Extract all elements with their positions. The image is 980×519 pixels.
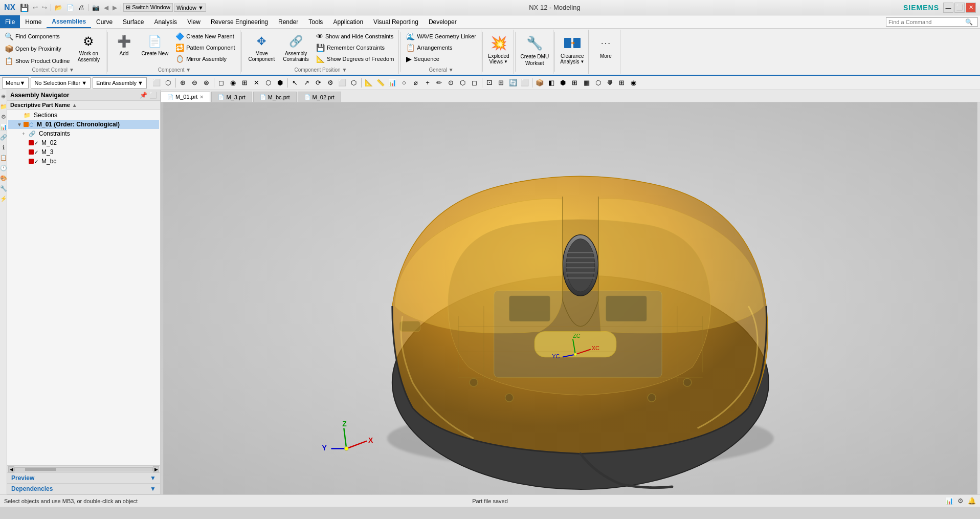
left-icon-4[interactable]: 📊: [0, 123, 8, 131]
left-icon-2[interactable]: 📁: [0, 102, 8, 111]
clearance-analysis-btn[interactable]: Clearance Analysis ▼: [558, 31, 586, 67]
sel-icon-15[interactable]: ⚙: [325, 77, 336, 89]
show-dof-btn[interactable]: 📐 Show Degrees of Freedom: [314, 53, 396, 64]
left-icon-10[interactable]: 🔧: [0, 184, 8, 192]
tree-item-m02[interactable]: ✓ M_02: [8, 138, 159, 147]
toolbar-save-icon[interactable]: 💾: [18, 3, 30, 12]
sel-icon-28[interactable]: ⚀: [484, 77, 495, 89]
sel-icon-38[interactable]: ⟱: [605, 77, 616, 89]
toolbar-forward-icon[interactable]: ▶: [111, 4, 119, 12]
status-icon-1[interactable]: 📊: [945, 497, 953, 505]
tab-m3[interactable]: 📄 M_3.prt: [211, 92, 252, 102]
sel-icon-39[interactable]: ⊞: [616, 77, 628, 89]
sel-icon-21[interactable]: ○: [398, 77, 410, 89]
toolbar-print-icon[interactable]: 🖨: [77, 4, 86, 12]
arrangements-btn[interactable]: 📋 Arrangements: [404, 42, 479, 53]
tree-item-m3[interactable]: ✓ M_3: [8, 147, 159, 157]
sel-icon-7[interactable]: ◉: [228, 77, 239, 89]
exploded-views-btn[interactable]: 💥 Exploded Views ▼: [486, 31, 511, 67]
left-icon-1[interactable]: ⊕: [0, 92, 8, 100]
sel-icon-36[interactable]: ▦: [581, 77, 592, 89]
sel-icon-17[interactable]: ⬡: [348, 77, 360, 89]
sel-icon-9[interactable]: ✕: [251, 77, 262, 89]
nav-pin-icon[interactable]: 📌: [140, 92, 147, 99]
close-btn[interactable]: ✕: [966, 3, 976, 13]
left-icon-9[interactable]: 🎨: [0, 174, 8, 182]
menu-view[interactable]: View: [182, 15, 206, 28]
m01-expander[interactable]: ▼: [17, 122, 22, 127]
sel-icon-37[interactable]: ⬡: [593, 77, 604, 89]
menu-application[interactable]: Application: [328, 15, 368, 28]
sort-asc-icon[interactable]: ▲: [72, 102, 77, 108]
command-search-box[interactable]: 🔍: [886, 17, 978, 27]
sel-icon-40[interactable]: ◉: [628, 77, 639, 89]
nav-scrollbar[interactable]: ◀ ▶: [7, 465, 160, 472]
sel-icon-30[interactable]: 🔄: [507, 77, 519, 89]
left-icon-8[interactable]: 🕐: [0, 164, 8, 172]
scroll-left-btn[interactable]: ◀: [8, 466, 14, 472]
open-by-proximity-btn[interactable]: 📦 Open by Proximity: [2, 43, 72, 54]
menu-curve[interactable]: Curve: [91, 15, 118, 28]
toolbar-undo-icon[interactable]: ↩: [31, 4, 39, 12]
toolbar-new-icon[interactable]: 📄: [65, 4, 76, 12]
menu-developer[interactable]: Developer: [424, 15, 462, 28]
sel-icon-23[interactable]: +: [422, 77, 433, 89]
sel-icon-3[interactable]: ⊕: [177, 77, 189, 89]
dependencies-section[interactable]: Dependencies ▼: [7, 484, 160, 494]
scrollbar-track[interactable]: [14, 467, 153, 471]
sel-icon-4[interactable]: ⊖: [189, 77, 201, 89]
command-search-input[interactable]: [888, 19, 965, 25]
tab-mbc[interactable]: 📄 M_bc.prt: [253, 92, 297, 102]
sel-icon-29[interactable]: ⊞: [496, 77, 507, 89]
sel-icon-10[interactable]: ⬡: [263, 77, 274, 89]
3d-viewport[interactable]: X Z Y XC ZC YC: [161, 102, 980, 494]
sel-icon-2[interactable]: ⬡: [163, 77, 174, 89]
sel-icon-24[interactable]: ✏: [434, 77, 445, 89]
sel-icon-8[interactable]: ⊞: [239, 77, 251, 89]
scroll-right-btn[interactable]: ▶: [153, 466, 159, 472]
scrollbar-thumb[interactable]: [25, 468, 56, 471]
find-components-btn[interactable]: 🔍 Find Components: [2, 31, 72, 42]
sel-icon-1[interactable]: ⬜: [151, 77, 162, 89]
tree-item-sections[interactable]: 📁 Sections: [8, 111, 159, 120]
sel-icon-6[interactable]: ◻: [216, 77, 227, 89]
preview-section[interactable]: Preview ▼: [7, 473, 160, 484]
work-on-assembly-btn[interactable]: ⚙ Work onAssembly: [73, 31, 104, 64]
sel-icon-22[interactable]: ⌀: [410, 77, 421, 89]
more-btn[interactable]: ⋯ More: [593, 31, 618, 61]
sel-icon-19[interactable]: 📏: [375, 77, 386, 89]
create-dmu-workset-btn[interactable]: 🔧 Create DMUWorkset: [519, 31, 551, 69]
add-component-btn[interactable]: ➕ Add: [111, 31, 137, 58]
sel-icon-12[interactable]: ↖: [289, 77, 301, 89]
move-component-btn[interactable]: ✥ MoveComponent: [245, 31, 279, 63]
constraints-expander[interactable]: +: [22, 131, 27, 137]
tab-m01-close[interactable]: ✕: [199, 94, 204, 100]
menu-reverse-engineering[interactable]: Reverse Engineering: [206, 15, 273, 28]
sel-icon-13[interactable]: ↗: [301, 77, 313, 89]
tree-item-mbc[interactable]: ✓ M_bc: [8, 157, 159, 166]
menu-tools[interactable]: Tools: [303, 15, 328, 28]
sel-icon-5[interactable]: ⊗: [201, 77, 212, 89]
nav-expand-icon[interactable]: ⬜: [149, 92, 157, 99]
sequence-btn[interactable]: ▶ Sequence: [404, 53, 479, 64]
tab-m01[interactable]: 📄 M_01.prt ✕: [161, 92, 210, 102]
toolbar-snap-icon[interactable]: 📷: [91, 4, 101, 12]
menu-home[interactable]: Home: [20, 15, 47, 28]
sel-icon-35[interactable]: ⊞: [569, 77, 581, 89]
sel-icon-33[interactable]: ◧: [546, 77, 557, 89]
show-product-outline-btn[interactable]: 📋 Show Product Outline: [2, 55, 72, 67]
left-icon-7[interactable]: 📋: [0, 154, 8, 162]
sel-icon-20[interactable]: 📊: [387, 77, 398, 89]
assembly-constraints-btn[interactable]: 🔗 AssemblyConstraints: [279, 31, 313, 63]
toolbar-back-icon[interactable]: ◀: [102, 4, 110, 12]
sel-icon-14[interactable]: ⟳: [313, 77, 324, 89]
sel-icon-26[interactable]: ⬡: [457, 77, 469, 89]
minimize-btn[interactable]: —: [943, 3, 953, 13]
toolbar-open-icon[interactable]: 📂: [53, 4, 64, 12]
sel-icon-32[interactable]: 📦: [534, 77, 545, 89]
sel-icon-34[interactable]: ⬢: [558, 77, 569, 89]
maximize-btn[interactable]: ⬜: [954, 3, 965, 13]
menu-analysis[interactable]: Analysis: [149, 15, 182, 28]
sel-icon-25[interactable]: ⊙: [446, 77, 457, 89]
create-new-btn[interactable]: 📄 Create New: [138, 31, 172, 58]
